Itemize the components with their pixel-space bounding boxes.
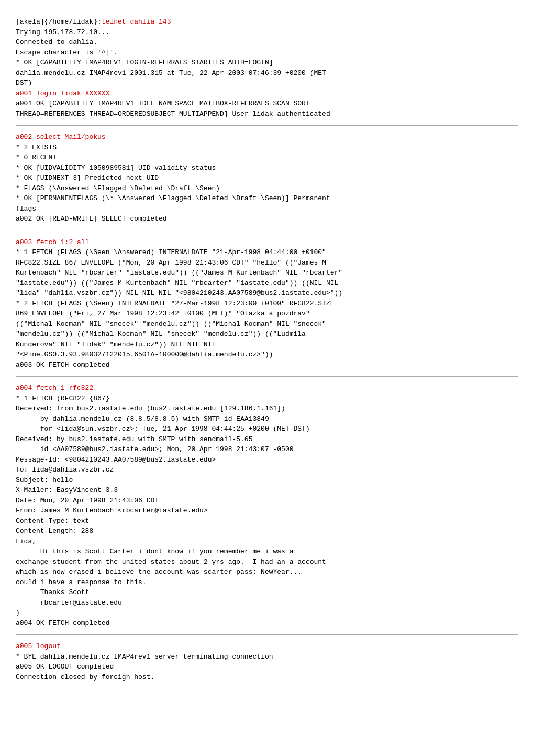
text-part: a004 OK FETCH completed <box>16 619 109 627</box>
text-part: "lida" "dahlia.vszbr.cz")) NIL NIL NIL "… <box>16 289 342 297</box>
text-part: id <AA07589@bus2.iastate.edu>; Mon, 20 A… <box>16 445 294 453</box>
text-part: a003 fetch 1:2 all <box>16 238 89 246</box>
text-part: RFC822.SIZE 867 ENVELOPE ("Mon, 20 Apr 1… <box>16 259 326 267</box>
text-part: * FLAGS (\Answered \Flagged \Deleted \Dr… <box>16 184 220 192</box>
line-2-1: a002 select Mail/pokus <box>16 132 518 143</box>
line-5-1: a005 logout <box>16 641 518 652</box>
text-part: Trying 195.178.72.10... <box>16 28 109 36</box>
line-4-3: Received: from bus2.iastate.edu (bus2.ia… <box>16 403 518 414</box>
text-part: Connected to dahlia. <box>16 38 97 46</box>
text-part: for <lida@sun.vszbr.cz>; Tue, 21 Apr 199… <box>16 425 310 433</box>
line-3-12: "<Pine.GSO.3.93.980327122015.6501A-10000… <box>16 349 518 360</box>
terminal-content: [akela]{/home/lidak}:telnet dahlia 143Tr… <box>16 10 518 688</box>
text-part: a005 logout <box>16 642 61 650</box>
text-part: telnet dahlia 143 <box>102 18 171 26</box>
line-1-9: a001 OK [CAPABILITY IMAP4REV1 IDLE NAMES… <box>16 98 518 109</box>
line-4-24: a004 OK FETCH completed <box>16 618 518 629</box>
line-4-6: Received: by bus2.iastate.edu with SMTP … <box>16 434 518 445</box>
line-1-10: THREAD=REFERENCES THREAD=ORDEREDSUBJECT … <box>16 109 518 119</box>
text-part: Received: by bus2.iastate.edu with SMTP … <box>16 435 252 443</box>
text-part: * 2 FETCH (FLAGS (\Seen) INTERNALDATE "2… <box>16 300 335 308</box>
text-part: a002 OK [READ-WRITE] SELECT completed <box>16 215 167 223</box>
line-2-9: a002 OK [READ-WRITE] SELECT completed <box>16 214 518 224</box>
line-3-9: (("Michal Kocman" NIL "snecek" "mendelu.… <box>16 319 518 330</box>
text-part: a001 login lidak XXXXXX <box>16 90 109 97</box>
line-5-4: Connection closed by foreign host. <box>16 672 518 683</box>
line-5-2: * BYE dahlia.mendelu.cz IMAP4rev1 server… <box>16 652 518 662</box>
text-part: * BYE dahlia.mendelu.cz IMAP4rev1 server… <box>16 653 273 661</box>
line-2-6: * FLAGS (\Answered \Flagged \Deleted \Dr… <box>16 183 518 194</box>
text-part: Lida, <box>16 538 36 545</box>
text-part: by dahlia.mendelu.cz (8.8.5/8.8.5) with … <box>16 415 269 423</box>
line-4-17: Hi this is Scott Carter i dont know if y… <box>16 546 518 557</box>
line-4-7: id <AA07589@bus2.iastate.edu>; Mon, 20 A… <box>16 444 518 455</box>
text-part: Kurtenbach" NIL "rbcarter" "iastate.edu"… <box>16 269 342 277</box>
text-part: rbcarter@iastate.edu <box>16 599 122 607</box>
text-part: a004 fetch 1 rfc822 <box>16 384 93 392</box>
text-part: * OK [CAPABILITY IMAP4REV1 LOGIN-REFERRA… <box>16 59 273 67</box>
section-5: a005 logout* BYE dahlia.mendelu.cz IMAP4… <box>16 634 518 688</box>
line-3-5: "iastate.edu")) (("James M Kurtenbach" N… <box>16 278 518 289</box>
line-1-2: Trying 195.178.72.10... <box>16 27 518 38</box>
line-1-1: [akela]{/home/lidak}:telnet dahlia 143 <box>16 17 518 27</box>
line-1-8: a001 login lidak XXXXXX <box>16 89 518 99</box>
line-4-14: Content-Type: text <box>16 516 518 527</box>
line-2-7: * OK [PERMANENTFLAGS (\* \Answered \Flag… <box>16 193 518 204</box>
text-part: * OK [UIDNEXT 3] Predicted next UID <box>16 174 159 182</box>
line-5-3: a005 OK LOGOUT completed <box>16 662 518 672</box>
line-1-6: dahlia.mendelu.cz IMAP4rev1 2001.315 at … <box>16 68 518 79</box>
line-4-11: X-Mailer: EasyVincent 3.3 <box>16 485 518 496</box>
text-part: From: James M Kurtenbach <rbcarter@iasta… <box>16 507 208 514</box>
line-2-5: * OK [UIDNEXT 3] Predicted next UID <box>16 173 518 183</box>
text-part: 869 ENVELOPE ("Fri, 27 Mar 1998 12:23:42… <box>16 310 310 317</box>
section-1: [akela]{/home/lidak}:telnet dahlia 143Tr… <box>16 10 518 125</box>
text-part: Thanks Scott <box>16 588 89 596</box>
text-part: Subject: hello <box>16 476 73 484</box>
text-part: * OK [PERMANENTFLAGS (\* \Answered \Flag… <box>16 194 330 202</box>
line-3-7: * 2 FETCH (FLAGS (\Seen) INTERNALDATE "2… <box>16 299 518 309</box>
line-4-13: From: James M Kurtenbach <rbcarter@iasta… <box>16 506 518 516</box>
line-2-3: * 0 RECENT <box>16 152 518 163</box>
text-part: could i have a response to this. <box>16 578 147 586</box>
line-4-2: * 1 FETCH (RFC822 {867} <box>16 393 518 404</box>
line-4-16: Lida, <box>16 536 518 547</box>
line-4-1: a004 fetch 1 rfc822 <box>16 383 518 393</box>
text-part: Kunderova" NIL "lidak" "mendelu.cz")) NI… <box>16 341 216 348</box>
text-part: DST) <box>16 79 32 87</box>
line-4-10: Subject: hello <box>16 475 518 486</box>
line-4-12: Date: Mon, 20 Apr 1998 21:43:06 CDT <box>16 496 518 506</box>
text-part: "iastate.edu")) (("James M Kurtenbach" N… <box>16 279 338 287</box>
text-part: ) <box>16 609 20 617</box>
section-2: a002 select Mail/pokus* 2 EXISTS* 0 RECE… <box>16 125 518 231</box>
line-3-8: 869 ENVELOPE ("Fri, 27 Mar 1998 12:23:42… <box>16 309 518 319</box>
line-3-2: * 1 FETCH (FLAGS (\Seen \Answered) INTER… <box>16 247 518 258</box>
text-part: Connection closed by foreign host. <box>16 673 154 681</box>
line-4-8: Message-Id: <9804210243.AA07589@bus2.ias… <box>16 455 518 465</box>
line-3-11: Kunderova" NIL "lidak" "mendelu.cz")) NI… <box>16 339 518 350</box>
text-part: (("Michal Kocman" NIL "snecek" "mendelu.… <box>16 320 326 328</box>
line-1-5: * OK [CAPABILITY IMAP4REV1 LOGIN-REFERRA… <box>16 58 518 68</box>
line-3-1: a003 fetch 1:2 all <box>16 237 518 248</box>
text-part: * 2 EXISTS <box>16 144 57 151</box>
text-part: * 1 FETCH (FLAGS (\Seen \Answered) INTER… <box>16 248 326 256</box>
text-part: Content-Length: 288 <box>16 527 93 535</box>
line-4-9: To: lida@dahlia.vszbr.cz <box>16 465 518 475</box>
line-4-18: exchange student from the united states … <box>16 557 518 567</box>
text-part: * 1 FETCH (RFC822 {867} <box>16 395 109 402</box>
line-4-5: for <lida@sun.vszbr.cz>; Tue, 21 Apr 199… <box>16 424 518 434</box>
line-4-4: by dahlia.mendelu.cz (8.8.5/8.8.5) with … <box>16 414 518 424</box>
line-4-20: could i have a response to this. <box>16 577 518 588</box>
text-part: exchange student from the united states … <box>16 558 326 566</box>
section-3: a003 fetch 1:2 all* 1 FETCH (FLAGS (\See… <box>16 231 518 377</box>
text-part: Escape character is '^]'. <box>16 49 118 57</box>
line-4-21: Thanks Scott <box>16 587 518 598</box>
line-4-19: which is now erased i believe the accoun… <box>16 567 518 577</box>
text-part: Received: from bus2.iastate.edu (bus2.ia… <box>16 404 285 412</box>
section-4: a004 fetch 1 rfc822* 1 FETCH (RFC822 {86… <box>16 376 518 634</box>
text-part: "mendelu.cz")) (("Michal Kocman" NIL "sn… <box>16 330 306 338</box>
text-part: a002 select Mail/pokus <box>16 133 106 141</box>
line-3-10: "mendelu.cz")) (("Michal Kocman" NIL "sn… <box>16 329 518 339</box>
text-part: "<Pine.GSO.3.93.980327122015.6501A-10000… <box>16 350 273 358</box>
line-1-3: Connected to dahlia. <box>16 37 518 48</box>
text-part: To: lida@dahlia.vszbr.cz <box>16 466 114 474</box>
